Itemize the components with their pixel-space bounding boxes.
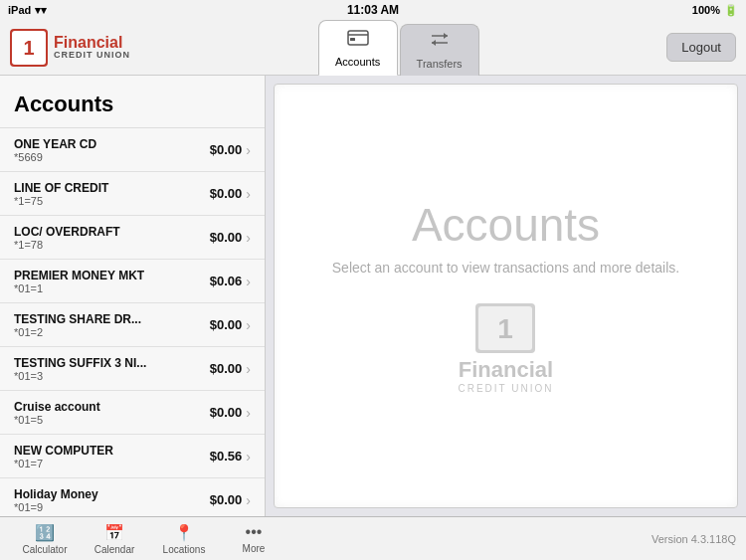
account-number: *1=75 [14,195,108,207]
svg-text:1: 1 [23,37,34,59]
account-item[interactable]: ONE YEAR CD *5669 $0.00 › [0,128,265,172]
bottom-tabs: 🔢 Calculator 📅 Calendar 📍 Locations ••• … [10,517,288,561]
locations-label: Locations [163,544,206,555]
bottom-bar: 🔢 Calculator 📅 Calendar 📍 Locations ••• … [0,516,746,560]
account-balance: $0.56 [210,449,243,464]
battery-label: 100% [692,4,720,16]
account-right: $0.00 › [210,317,251,333]
account-name: LOC/ OVERDRAFT [14,225,120,239]
account-balance: $0.06 [210,274,243,288]
account-info: Holiday Money *01=9 [14,487,98,513]
account-number: *01=2 [14,326,141,338]
account-item[interactable]: TESTING SUFFIX 3 NI... *01=3 $0.00 › [0,347,265,391]
account-item[interactable]: Cruise account *01=5 $0.00 › [0,391,265,435]
account-info: PREMIER MONEY MKT *01=1 [14,269,144,294]
panel-logo-icon: 1 [475,303,535,353]
account-balance: $0.00 [210,492,243,507]
calculator-icon: 🔢 [35,523,55,542]
logout-button[interactable]: Logout [666,33,736,62]
account-number: *01=9 [14,501,98,513]
account-info: ONE YEAR CD *5669 [14,137,96,163]
chevron-icon: › [246,274,251,289]
account-right: $0.00 › [210,361,251,377]
panel-logo-cu: CREDIT UNION [458,383,553,394]
account-right: $0.06 › [210,274,251,289]
account-name: TESTING SUFFIX 3 NI... [14,356,146,370]
logo-text: Financial CREDIT UNION [54,34,130,61]
account-info: Cruise account *01=5 [14,400,100,426]
account-right: $0.00 › [210,230,251,246]
account-number: *5669 [14,151,96,163]
account-item[interactable]: PREMIER MONEY MKT *01=1 $0.06 › [0,260,265,303]
account-item[interactable]: Holiday Money *01=9 $0.00 › [0,478,265,516]
account-info: LINE OF CREDIT *1=75 [14,181,108,207]
account-number: *01=1 [14,282,144,294]
version-label: Version 4.3.118Q [652,533,736,545]
transfers-tab-label: Transfers [417,58,463,70]
accounts-tab-icon [347,28,369,53]
locations-icon: 📍 [174,523,194,542]
logo-financial: Financial [54,34,130,52]
account-name: TESTING SHARE DR... [14,312,141,326]
tab-locations[interactable]: 📍 Locations [149,517,219,561]
account-name: LINE OF CREDIT [14,181,108,195]
account-right: $0.00 › [210,186,251,202]
account-name: PREMIER MONEY MKT [14,269,144,282]
account-item[interactable]: NEW COMPUTER *01=7 $0.56 › [0,435,265,478]
accounts-tab-label: Accounts [335,56,380,68]
account-info: LOC/ OVERDRAFT *1=78 [14,225,120,251]
tab-transfers[interactable]: Transfers [400,24,479,76]
account-name: NEW COMPUTER [14,444,113,458]
status-right: 100% 🔋 [692,4,738,17]
account-balance: $0.00 [210,361,243,376]
account-item[interactable]: LINE OF CREDIT *1=75 $0.00 › [0,172,265,216]
calendar-label: Calendar [94,544,135,555]
account-item[interactable]: LOC/ OVERDRAFT *1=78 $0.00 › [0,216,265,260]
transfers-tab-icon [429,30,451,55]
account-balance: $0.00 [210,142,243,157]
chevron-icon: › [246,361,251,377]
chevron-icon: › [246,492,251,508]
account-right: $0.00 › [210,492,251,508]
logo-cu: CREDIT UNION [54,51,130,61]
account-balance: $0.00 [210,186,243,201]
account-info: NEW COMPUTER *01=7 [14,444,113,469]
more-icon: ••• [246,523,263,541]
account-right: $0.56 › [210,449,251,465]
tab-accounts[interactable]: Accounts [318,20,398,76]
account-number: *1=78 [14,239,120,251]
status-left: iPad ▾▾ [8,4,47,17]
status-time: 11:03 AM [347,3,399,17]
sidebar: Accounts ONE YEAR CD *5669 $0.00 › LINE … [0,76,266,516]
nav-tabs: Accounts Transfers [318,20,479,76]
chevron-icon: › [246,230,251,246]
account-info: TESTING SUFFIX 3 NI... *01=3 [14,356,146,382]
ipad-label: iPad [8,4,31,16]
sidebar-title: Accounts [0,76,265,128]
account-info: TESTING SHARE DR... *01=2 [14,312,141,338]
battery-icon: 🔋 [724,4,738,17]
account-list[interactable]: ONE YEAR CD *5669 $0.00 › LINE OF CREDIT… [0,128,265,516]
chevron-icon: › [246,186,251,202]
chevron-icon: › [246,142,251,158]
svg-marker-7 [444,33,448,39]
account-item[interactable]: TESTING SHARE DR... *01=2 $0.00 › [0,303,265,347]
chevron-icon: › [246,317,251,333]
chevron-icon: › [246,449,251,465]
account-name: ONE YEAR CD [14,137,96,151]
right-panel: Accounts Select an account to view trans… [274,84,738,508]
account-number: *01=3 [14,370,146,382]
account-right: $0.00 › [210,405,251,421]
svg-text:1: 1 [498,313,514,344]
account-right: $0.00 › [210,142,251,158]
svg-marker-9 [432,40,436,46]
tab-calculator[interactable]: 🔢 Calculator [10,517,80,561]
tab-more[interactable]: ••• More [219,517,288,561]
account-number: *01=7 [14,458,113,469]
chevron-icon: › [246,405,251,421]
account-balance: $0.00 [210,405,243,420]
status-bar: iPad ▾▾ 11:03 AM 100% 🔋 [0,0,746,20]
account-name: Holiday Money [14,487,98,501]
panel-subtitle: Select an account to view transactions a… [332,260,679,276]
tab-calendar[interactable]: 📅 Calendar [80,517,149,561]
